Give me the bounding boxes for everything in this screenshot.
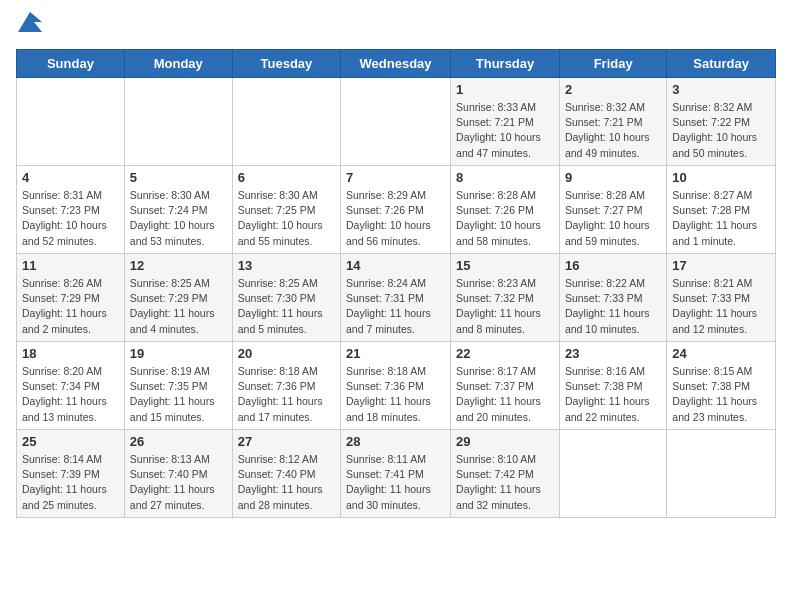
- day-detail: Sunrise: 8:11 AM Sunset: 7:41 PM Dayligh…: [346, 452, 445, 513]
- day-number: 23: [565, 346, 661, 361]
- day-number: 3: [672, 82, 770, 97]
- day-header-wednesday: Wednesday: [341, 50, 451, 78]
- day-detail: Sunrise: 8:14 AM Sunset: 7:39 PM Dayligh…: [22, 452, 119, 513]
- day-detail: Sunrise: 8:32 AM Sunset: 7:21 PM Dayligh…: [565, 100, 661, 161]
- calendar-cell: 21Sunrise: 8:18 AM Sunset: 7:36 PM Dayli…: [341, 342, 451, 430]
- calendar-table: SundayMondayTuesdayWednesdayThursdayFrid…: [16, 49, 776, 518]
- day-header-sunday: Sunday: [17, 50, 125, 78]
- logo: [16, 16, 42, 37]
- calendar-cell: 25Sunrise: 8:14 AM Sunset: 7:39 PM Dayli…: [17, 430, 125, 518]
- svg-marker-0: [18, 12, 42, 32]
- calendar-cell: 13Sunrise: 8:25 AM Sunset: 7:30 PM Dayli…: [232, 254, 340, 342]
- day-number: 4: [22, 170, 119, 185]
- day-number: 14: [346, 258, 445, 273]
- page-header: [16, 16, 776, 37]
- calendar-cell: 1Sunrise: 8:33 AM Sunset: 7:21 PM Daylig…: [451, 78, 560, 166]
- day-detail: Sunrise: 8:25 AM Sunset: 7:30 PM Dayligh…: [238, 276, 335, 337]
- day-detail: Sunrise: 8:23 AM Sunset: 7:32 PM Dayligh…: [456, 276, 554, 337]
- day-detail: Sunrise: 8:31 AM Sunset: 7:23 PM Dayligh…: [22, 188, 119, 249]
- day-header-monday: Monday: [124, 50, 232, 78]
- calendar-cell: [667, 430, 776, 518]
- calendar-cell: 4Sunrise: 8:31 AM Sunset: 7:23 PM Daylig…: [17, 166, 125, 254]
- day-detail: Sunrise: 8:19 AM Sunset: 7:35 PM Dayligh…: [130, 364, 227, 425]
- week-row-4: 18Sunrise: 8:20 AM Sunset: 7:34 PM Dayli…: [17, 342, 776, 430]
- calendar-cell: 9Sunrise: 8:28 AM Sunset: 7:27 PM Daylig…: [559, 166, 666, 254]
- calendar-cell: 17Sunrise: 8:21 AM Sunset: 7:33 PM Dayli…: [667, 254, 776, 342]
- day-number: 28: [346, 434, 445, 449]
- week-row-5: 25Sunrise: 8:14 AM Sunset: 7:39 PM Dayli…: [17, 430, 776, 518]
- day-detail: Sunrise: 8:18 AM Sunset: 7:36 PM Dayligh…: [238, 364, 335, 425]
- days-header-row: SundayMondayTuesdayWednesdayThursdayFrid…: [17, 50, 776, 78]
- calendar-cell: [341, 78, 451, 166]
- calendar-cell: 18Sunrise: 8:20 AM Sunset: 7:34 PM Dayli…: [17, 342, 125, 430]
- day-detail: Sunrise: 8:22 AM Sunset: 7:33 PM Dayligh…: [565, 276, 661, 337]
- calendar-cell: 11Sunrise: 8:26 AM Sunset: 7:29 PM Dayli…: [17, 254, 125, 342]
- day-header-tuesday: Tuesday: [232, 50, 340, 78]
- day-header-saturday: Saturday: [667, 50, 776, 78]
- day-number: 27: [238, 434, 335, 449]
- calendar-cell: 29Sunrise: 8:10 AM Sunset: 7:42 PM Dayli…: [451, 430, 560, 518]
- day-detail: Sunrise: 8:12 AM Sunset: 7:40 PM Dayligh…: [238, 452, 335, 513]
- day-detail: Sunrise: 8:28 AM Sunset: 7:26 PM Dayligh…: [456, 188, 554, 249]
- day-detail: Sunrise: 8:32 AM Sunset: 7:22 PM Dayligh…: [672, 100, 770, 161]
- calendar-cell: [17, 78, 125, 166]
- calendar-cell: 26Sunrise: 8:13 AM Sunset: 7:40 PM Dayli…: [124, 430, 232, 518]
- calendar-cell: 7Sunrise: 8:29 AM Sunset: 7:26 PM Daylig…: [341, 166, 451, 254]
- calendar-cell: 23Sunrise: 8:16 AM Sunset: 7:38 PM Dayli…: [559, 342, 666, 430]
- calendar-cell: 5Sunrise: 8:30 AM Sunset: 7:24 PM Daylig…: [124, 166, 232, 254]
- day-number: 11: [22, 258, 119, 273]
- calendar-cell: 22Sunrise: 8:17 AM Sunset: 7:37 PM Dayli…: [451, 342, 560, 430]
- day-number: 13: [238, 258, 335, 273]
- week-row-2: 4Sunrise: 8:31 AM Sunset: 7:23 PM Daylig…: [17, 166, 776, 254]
- day-number: 15: [456, 258, 554, 273]
- calendar-cell: 6Sunrise: 8:30 AM Sunset: 7:25 PM Daylig…: [232, 166, 340, 254]
- calendar-cell: 19Sunrise: 8:19 AM Sunset: 7:35 PM Dayli…: [124, 342, 232, 430]
- day-number: 17: [672, 258, 770, 273]
- day-number: 18: [22, 346, 119, 361]
- day-number: 22: [456, 346, 554, 361]
- day-number: 8: [456, 170, 554, 185]
- calendar-cell: 20Sunrise: 8:18 AM Sunset: 7:36 PM Dayli…: [232, 342, 340, 430]
- day-number: 6: [238, 170, 335, 185]
- day-detail: Sunrise: 8:20 AM Sunset: 7:34 PM Dayligh…: [22, 364, 119, 425]
- day-detail: Sunrise: 8:13 AM Sunset: 7:40 PM Dayligh…: [130, 452, 227, 513]
- day-detail: Sunrise: 8:30 AM Sunset: 7:24 PM Dayligh…: [130, 188, 227, 249]
- day-number: 7: [346, 170, 445, 185]
- day-detail: Sunrise: 8:27 AM Sunset: 7:28 PM Dayligh…: [672, 188, 770, 249]
- day-detail: Sunrise: 8:25 AM Sunset: 7:29 PM Dayligh…: [130, 276, 227, 337]
- day-number: 12: [130, 258, 227, 273]
- day-number: 25: [22, 434, 119, 449]
- day-detail: Sunrise: 8:10 AM Sunset: 7:42 PM Dayligh…: [456, 452, 554, 513]
- day-number: 5: [130, 170, 227, 185]
- day-detail: Sunrise: 8:28 AM Sunset: 7:27 PM Dayligh…: [565, 188, 661, 249]
- day-detail: Sunrise: 8:21 AM Sunset: 7:33 PM Dayligh…: [672, 276, 770, 337]
- day-detail: Sunrise: 8:18 AM Sunset: 7:36 PM Dayligh…: [346, 364, 445, 425]
- calendar-cell: 3Sunrise: 8:32 AM Sunset: 7:22 PM Daylig…: [667, 78, 776, 166]
- calendar-cell: 28Sunrise: 8:11 AM Sunset: 7:41 PM Dayli…: [341, 430, 451, 518]
- day-detail: Sunrise: 8:33 AM Sunset: 7:21 PM Dayligh…: [456, 100, 554, 161]
- calendar-cell: 24Sunrise: 8:15 AM Sunset: 7:38 PM Dayli…: [667, 342, 776, 430]
- calendar-cell: 10Sunrise: 8:27 AM Sunset: 7:28 PM Dayli…: [667, 166, 776, 254]
- calendar-cell: [124, 78, 232, 166]
- logo-icon: [18, 12, 42, 32]
- day-number: 20: [238, 346, 335, 361]
- calendar-cell: 2Sunrise: 8:32 AM Sunset: 7:21 PM Daylig…: [559, 78, 666, 166]
- day-number: 2: [565, 82, 661, 97]
- day-header-friday: Friday: [559, 50, 666, 78]
- calendar-cell: 27Sunrise: 8:12 AM Sunset: 7:40 PM Dayli…: [232, 430, 340, 518]
- calendar-cell: 14Sunrise: 8:24 AM Sunset: 7:31 PM Dayli…: [341, 254, 451, 342]
- calendar-cell: [559, 430, 666, 518]
- day-detail: Sunrise: 8:24 AM Sunset: 7:31 PM Dayligh…: [346, 276, 445, 337]
- day-detail: Sunrise: 8:15 AM Sunset: 7:38 PM Dayligh…: [672, 364, 770, 425]
- day-number: 21: [346, 346, 445, 361]
- day-number: 29: [456, 434, 554, 449]
- day-number: 1: [456, 82, 554, 97]
- day-header-thursday: Thursday: [451, 50, 560, 78]
- week-row-3: 11Sunrise: 8:26 AM Sunset: 7:29 PM Dayli…: [17, 254, 776, 342]
- day-detail: Sunrise: 8:17 AM Sunset: 7:37 PM Dayligh…: [456, 364, 554, 425]
- week-row-1: 1Sunrise: 8:33 AM Sunset: 7:21 PM Daylig…: [17, 78, 776, 166]
- calendar-cell: 12Sunrise: 8:25 AM Sunset: 7:29 PM Dayli…: [124, 254, 232, 342]
- day-detail: Sunrise: 8:16 AM Sunset: 7:38 PM Dayligh…: [565, 364, 661, 425]
- day-detail: Sunrise: 8:30 AM Sunset: 7:25 PM Dayligh…: [238, 188, 335, 249]
- calendar-cell: 15Sunrise: 8:23 AM Sunset: 7:32 PM Dayli…: [451, 254, 560, 342]
